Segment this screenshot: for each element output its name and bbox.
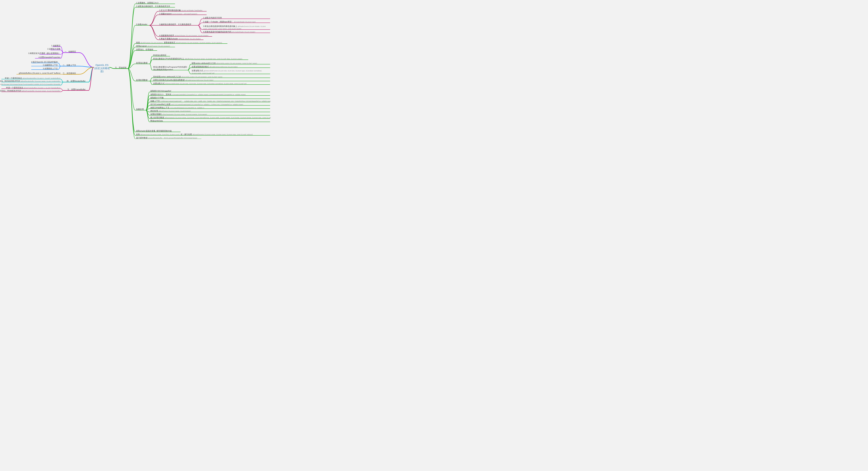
r8: 处理纹理数据 <box>136 78 148 82</box>
right-main: 六、开始绘制 <box>115 66 127 69</box>
left-b1-item: 1.创建图层 <box>51 44 61 47</box>
left-b1-item: 2.设置放大倍数 <box>47 48 61 51</box>
r9-item: 创建上下文 CGBitmapContextCreate(void * __nul… <box>150 100 271 102</box>
r7-i3-item: 设置读取方式 glVertexAttribPointer (GLuint ind… <box>191 69 268 74</box>
r9-item: 载入纹理2D数据 glTexImage2D (GLenum target, GL… <box>150 116 271 119</box>
r7-i2: 把顶点数据从CPU内存复制到GPU上 glBufferData (GLenum … <box>153 57 243 60</box>
left-b2-item: 1.指定OpenGL ES 渲染API版本 <box>31 61 58 64</box>
r5: 使用program glUseProgram (GLuint program) <box>136 44 170 48</box>
left-b4-item: 将标识符绑定到GL_RENDERBUFFER glBindRenderbuffe… <box>0 80 61 83</box>
r9-item: 读取图片的大小，宽和高 CGImageGetWidth(CGImageRef c… <box>150 93 246 96</box>
r7-i3-item: 获取vertex attribute的入口的 glGetAttribLocati… <box>191 62 257 65</box>
r6: 设置顶点、纹理坐标 <box>136 48 154 51</box>
r3-s3-item: 2.创建一个shader（根据type类型） glCreateShader (G… <box>203 20 256 23</box>
left-b5-item: 申请一个缓存区标志 glGenFramebuffers (GLsizei n, … <box>6 86 61 89</box>
r9-item: 画图完毕就释放上下文 CGContextRelease(CGContextRef… <box>150 106 205 109</box>
left-b3-item: glDeleteBuffers (GLsizei n, const GLuint… <box>19 72 61 74</box>
r7-i1: 申请顶点缓存区 <box>153 54 167 57</box>
r7-i3-item: 设置读取数据的格式 glEnableVertexAttribArray (GLu… <box>191 65 238 68</box>
r9-item: 获取图片字节数 <box>150 96 164 99</box>
r12: 显示缓存数据 presentRenderbuffer - (BOOL)prese… <box>136 136 197 139</box>
left-b4-item: 分配存储空间 renderbufferStorage:(NSUInteger)t… <box>0 83 61 86</box>
r8-item: 设置合适的格式从buffer里面读取数据 glEnableVertexAttri… <box>153 78 214 82</box>
r4: 链接 glLinkProgram (GLuint program) 获取链接状态… <box>136 41 222 44</box>
r3-s3: 3.编译顶点着色程序、片元着色器程序 <box>159 23 192 26</box>
r3-s2: 2.创建program GLint program = glCreateProg… <box>159 12 198 15</box>
r9-item: 获取图片的CGImageRef <box>150 90 172 93</box>
left-b1: 一、创建图层 <box>64 50 76 53</box>
r3-s3-item: 3.将顶点着色器源码附加到着色器对象上 glShaderSource (GLui… <box>203 25 269 30</box>
r3-s3-item: 1.读取文件路径字符串 <box>203 16 222 19</box>
left-b4: 四、设置RenderBuffer <box>66 80 86 83</box>
r7-i3: 将顶点数据通过myPrograme中的传递到顶点着色程序的position <box>153 66 187 71</box>
r1: 1.设置颜色、设置视口大小 <box>136 1 159 4</box>
r8-item: 设置读取方式 glVertexAttribPointer (GLuint ind… <box>153 82 247 85</box>
r9-item: 释放spriteData <box>150 119 163 122</box>
r9-item: 在CGContextRef上绘图 void CGContextDrawImage… <box>150 103 244 106</box>
r3-s4: 4.创建最终的程序 glAttachShader (GLuint program… <box>159 34 209 37</box>
left-b2: 二、创建上下文 <box>62 64 76 67</box>
r3: 3.加载shader <box>136 23 148 26</box>
left-b1-item: 3.将图层设为不透明（默认是透明的） <box>28 52 61 55</box>
r11: 绘制 glDrawArrays (GLenum mode, GLint firs… <box>136 133 253 136</box>
left-b4-item: 申请一个缓存区标志 glGenRenderbuffers (GLsizei n,… <box>4 77 61 80</box>
r2: 2.读取顶点着色程序、片元着色程序文件 <box>136 5 170 8</box>
left-b1-item: 4.设置drawableProperties <box>38 56 61 59</box>
left-b5: 五、设置FrameBuffer <box>67 88 86 91</box>
r9-item: 绑定纹理 glBindTexture (GLenum target, GLuin… <box>150 109 191 113</box>
r3-s1: 1.定义2个零时着色器对象 GLuint verShader, fragShad… <box>159 9 203 12</box>
r9-item: 设置纹理属性 glTexParameteri (GLenum target, G… <box>150 113 208 116</box>
r10: 获取shader里面的变量, 模型视图变换传值 <box>136 129 172 132</box>
r7: 处理顶点数据 <box>136 61 148 64</box>
left-b2-item: 3.设置图形上下文 <box>42 67 58 70</box>
r3-s5: 5.释放不需要的shader glDeleteShader (GLuint sh… <box>159 37 201 40</box>
left-b3: 三、清空缓存区 <box>62 72 76 75</box>
left-b2-item: 2.创建图形上下文 <box>42 64 58 67</box>
r8-item: 用来获取vertex attribute的入口的 glGetAttribLoca… <box>153 75 222 78</box>
left-b5-item: 将标识符绑定到GL_FRAMEBUFFER glBindFramebuffer … <box>0 89 61 92</box>
r9: 加载纹理 <box>136 108 144 111</box>
root-node: OpenGL ES(自定义的着色器) <box>94 64 110 73</box>
r3-s3-item: 4.把着色器源代码编译成目标代码 glCompileShader (GLuint… <box>203 30 255 33</box>
